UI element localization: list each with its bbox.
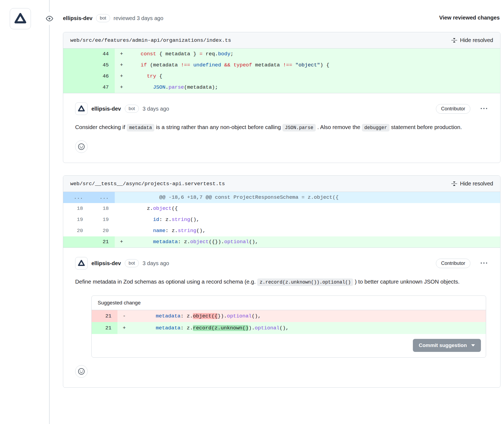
- code-line: + if (metadata !== undefined && typeof m…: [115, 60, 500, 71]
- file-header: web/src/__tests__/async/projects-api.ser…: [63, 176, 500, 192]
- kebab-menu-button[interactable]: [480, 104, 488, 113]
- hide-resolved-label: Hide resolved: [460, 181, 493, 187]
- fold-icon: [451, 37, 457, 43]
- line-number: 21: [89, 236, 115, 248]
- line-number: 20: [63, 225, 89, 236]
- line-number: 19: [63, 214, 89, 225]
- bot-badge: bot: [96, 14, 110, 22]
- eye-icon: [43, 12, 56, 25]
- bot-badge: bot: [125, 105, 139, 113]
- diff-row: 2020 name: z.string(),: [63, 225, 500, 236]
- comment-timestamp[interactable]: 3 days ago: [143, 260, 169, 266]
- ellipsis-logo-icon: [78, 259, 85, 267]
- commit-suggestion-label: Commit suggestion: [419, 342, 467, 348]
- file-header: web/src/ee/features/admin-api/organizati…: [63, 32, 500, 49]
- line-number: [63, 82, 89, 93]
- review-comment: ellipsis-dev bot 3 days ago Contributor …: [63, 93, 500, 163]
- diff-row: 21- metadata: z.object({}).optional(),: [92, 310, 486, 322]
- line-number: [63, 60, 89, 71]
- contributor-badge: Contributor: [436, 259, 470, 268]
- diff-block: 44+ const { metadata } = req.body;45+ if…: [63, 49, 500, 93]
- inline-code: JSON.parse: [282, 124, 316, 131]
- bot-badge: bot: [125, 259, 139, 267]
- hide-resolved-button[interactable]: Hide resolved: [451, 37, 493, 43]
- diff-row: ...... @@ -18,6 +18,7 @@ const ProjectRe…: [63, 192, 500, 203]
- diff-sign: +: [115, 60, 128, 71]
- diff-row: 45+ if (metadata !== undefined && typeof…: [63, 60, 500, 71]
- line-number: 18: [63, 203, 89, 214]
- diff-row: 1818 z.object({: [63, 203, 500, 214]
- line-number: ...: [89, 192, 115, 203]
- view-reviewed-changes-link[interactable]: View reviewed changes: [439, 15, 500, 21]
- ellipsis-logo-icon: [14, 12, 27, 25]
- timeline-line: [49, 0, 50, 424]
- kebab-menu-button[interactable]: [480, 259, 488, 268]
- diff-sign: +: [115, 71, 128, 82]
- code-line: name: z.string(),: [115, 225, 500, 236]
- code-line: + metadata: z.record(z.unknown()).option…: [117, 322, 486, 334]
- line-number: 47: [89, 82, 115, 93]
- review-header: ellipsis-dev bot reviewed 3 days ago Vie…: [0, 0, 504, 32]
- add-reaction-button[interactable]: [75, 140, 88, 153]
- hide-resolved-button[interactable]: Hide resolved: [451, 181, 493, 187]
- inline-code: debugger: [362, 124, 390, 131]
- suggestion-diff: 21- metadata: z.object({}).optional(),21…: [92, 310, 486, 334]
- line-number: 18: [89, 203, 115, 214]
- inline-code: metadata: [127, 124, 154, 131]
- review-comment: ellipsis-dev bot 3 days ago Contributor …: [63, 248, 500, 387]
- diff-sign: -: [117, 310, 131, 322]
- file-path-link[interactable]: web/src/__tests__/async/projects-api.ser…: [70, 181, 225, 187]
- commit-suggestion-button[interactable]: Commit suggestion: [413, 339, 481, 352]
- code-line: @@ -18,6 +18,7 @@ const ProjectResponseS…: [115, 192, 500, 203]
- suggested-change-title: Suggested change: [92, 296, 486, 310]
- diff-sign: +: [117, 322, 131, 334]
- diff-sign: +: [115, 236, 128, 248]
- diff-sign: +: [115, 82, 128, 93]
- diff-sign: +: [115, 49, 128, 60]
- line-number: [63, 71, 89, 82]
- line-number: 21: [92, 310, 117, 322]
- comment-author[interactable]: ellipsis-dev: [91, 106, 121, 112]
- code-line: + const { metadata } = req.body;: [115, 49, 500, 60]
- diff-row: 44+ const { metadata } = req.body;: [63, 49, 500, 60]
- line-number: 44: [89, 49, 115, 60]
- code-line: - metadata: z.object({}).optional(),: [117, 310, 486, 322]
- ellipsis-logo-icon: [78, 105, 85, 113]
- comment-body: Consider checking if metadata is a strin…: [75, 121, 488, 133]
- comment-timestamp[interactable]: 3 days ago: [143, 106, 169, 112]
- code-line: + try {: [115, 71, 500, 82]
- dropdown-caret-icon: [471, 344, 475, 346]
- hide-resolved-label: Hide resolved: [460, 37, 493, 43]
- line-number: 21: [92, 322, 117, 334]
- diff-row: 21+ metadata: z.record(z.unknown()).opti…: [92, 322, 486, 334]
- avatar[interactable]: [10, 8, 31, 29]
- fold-icon: [451, 181, 457, 187]
- suggested-change-block: Suggested change 21- metadata: z.object(…: [91, 295, 486, 358]
- file-path-link[interactable]: web/src/ee/features/admin-api/organizati…: [70, 37, 231, 43]
- smiley-icon: [78, 143, 85, 150]
- diff-row: 1919 id: z.string(),: [63, 214, 500, 225]
- add-reaction-button[interactable]: [75, 365, 88, 378]
- line-number: 20: [89, 225, 115, 236]
- code-line: z.object({: [115, 203, 500, 214]
- diff-block: ...... @@ -18,6 +18,7 @@ const ProjectRe…: [63, 192, 500, 248]
- comment-author[interactable]: ellipsis-dev: [91, 260, 121, 266]
- code-line: + JSON.parse(metadata);: [115, 82, 500, 93]
- diff-row: 21+ metadata: z.object({}).optional(),: [63, 236, 500, 248]
- code-line: id: z.string(),: [115, 214, 500, 225]
- review-thread-card: web/src/ee/features/admin-api/organizati…: [63, 32, 500, 163]
- avatar[interactable]: [75, 102, 88, 115]
- avatar[interactable]: [75, 257, 88, 269]
- review-author[interactable]: ellipsis-dev: [63, 15, 92, 21]
- review-action-text: reviewed 3 days ago: [114, 15, 163, 21]
- inline-code: z.record(z.unknown()).optional(): [257, 278, 353, 286]
- diff-row: 47+ JSON.parse(metadata);: [63, 82, 500, 93]
- smiley-icon: [78, 368, 85, 375]
- line-number: [63, 236, 89, 248]
- line-number: 45: [89, 60, 115, 71]
- line-number: 46: [89, 71, 115, 82]
- review-thread-card: web/src/__tests__/async/projects-api.ser…: [63, 175, 500, 388]
- line-number: 19: [89, 214, 115, 225]
- code-line: + metadata: z.object({}).optional(),: [115, 236, 500, 248]
- line-number: [63, 49, 89, 60]
